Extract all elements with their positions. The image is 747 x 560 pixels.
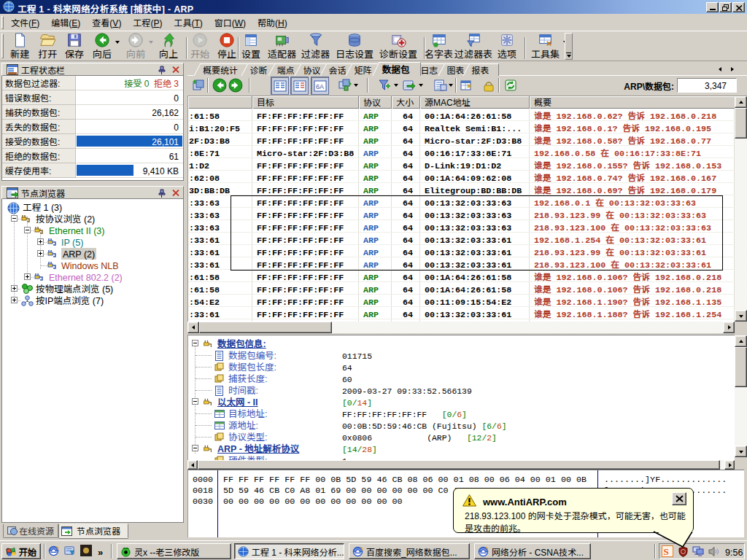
svg-text:6A: 6A [316,83,324,90]
